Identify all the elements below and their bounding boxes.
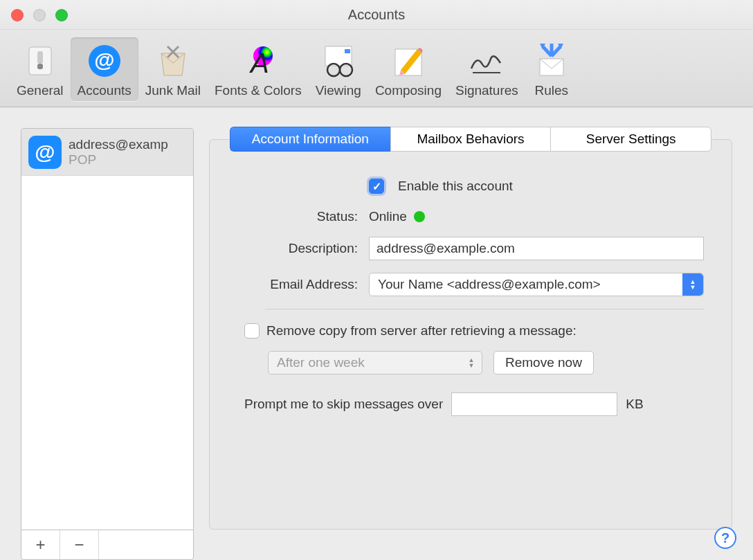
remove-account-button[interactable]: − [60,530,99,559]
viewing-icon [319,42,358,80]
detail-tabs: Account Information Mailbox Behaviors Se… [230,127,711,152]
window-body: @ address@examp POP + − Account Informat… [0,107,753,560]
email-address-label: Email Address: [237,277,369,292]
zoom-window-button[interactable] [55,9,68,21]
sidebar-spacer [99,530,193,559]
svg-rect-1 [37,51,43,64]
toolbar-signatures[interactable]: Signatures [448,37,525,101]
toolbar-fonts-colors[interactable]: A Fonts & Colors [208,37,309,101]
sidebar-buttons: + − [21,530,194,560]
toolbar-junk-mail[interactable]: Junk Mail [138,37,208,101]
remove-period-select[interactable]: After one week ▲▼ [268,351,482,374]
email-address-value: Your Name <address@example.com> [378,277,601,292]
account-detail: Account Information Mailbox Behaviors Se… [209,128,732,560]
close-window-button[interactable] [11,9,24,21]
account-information-panel: Enable this account Status: Online Descr… [209,139,732,530]
accounts-list[interactable]: @ address@examp POP [21,128,194,530]
toolbar-composing[interactable]: Composing [368,37,448,101]
preferences-window: Accounts General @ Accounts Junk Mail [0,0,753,560]
status-value: Online [369,209,407,224]
svg-rect-10 [345,49,350,53]
tab-mailbox-behaviors[interactable]: Mailbox Behaviors [390,127,551,152]
enable-account-label: Enable this account [398,179,513,194]
composing-icon [389,42,428,80]
select-stepper-disabled-icon: ▲▼ [461,352,482,374]
svg-text:A: A [249,48,269,78]
kb-label: KB [626,397,643,412]
prompt-skip-label: Prompt me to skip messages over [244,397,443,412]
rules-icon [532,42,571,80]
svg-rect-2 [37,64,43,69]
description-input[interactable] [369,237,704,260]
account-email: address@examp [69,137,168,152]
status-label: Status: [237,209,369,224]
at-sign-icon: @ [28,136,62,169]
remove-copy-checkbox[interactable] [244,323,260,338]
enable-account-checkbox[interactable] [369,179,384,194]
help-button[interactable]: ? [714,527,736,549]
minimize-window-button[interactable] [33,9,46,21]
status-online-icon [414,211,425,222]
toolbar-accounts[interactable]: @ Accounts [71,37,138,101]
tab-account-information[interactable]: Account Information [230,127,390,152]
svg-marker-18 [549,44,554,48]
skip-size-input[interactable] [451,392,617,416]
signatures-icon [467,42,506,80]
email-address-select[interactable]: Your Name <address@example.com> ▲▼ [369,273,704,296]
remove-period-value: After one week [277,355,365,370]
remove-copy-label: Remove copy from server after retrieving… [266,323,577,338]
general-icon [21,42,60,80]
titlebar: Accounts [0,0,753,30]
accounts-icon: @ [85,42,124,80]
window-title: Accounts [348,7,405,23]
select-stepper-icon: ▲▼ [682,273,703,296]
divider [265,309,704,309]
junk-mail-icon [154,42,192,80]
svg-text:@: @ [94,48,114,71]
remove-now-button[interactable]: Remove now [493,351,594,374]
tab-server-settings[interactable]: Server Settings [550,127,711,152]
accounts-sidebar: @ address@examp POP + − [21,128,194,560]
toolbar-general[interactable]: General [10,37,71,101]
toolbar-rules[interactable]: Rules [525,37,578,101]
add-account-button[interactable]: + [21,530,60,559]
preferences-toolbar: General @ Accounts Junk Mail A Fonts & C [0,30,753,107]
description-label: Description: [237,241,369,256]
toolbar-viewing[interactable]: Viewing [309,37,368,101]
account-list-item[interactable]: @ address@examp POP [21,129,193,176]
fonts-colors-icon: A [239,42,278,80]
account-type: POP [69,152,168,168]
traffic-lights [11,9,68,21]
